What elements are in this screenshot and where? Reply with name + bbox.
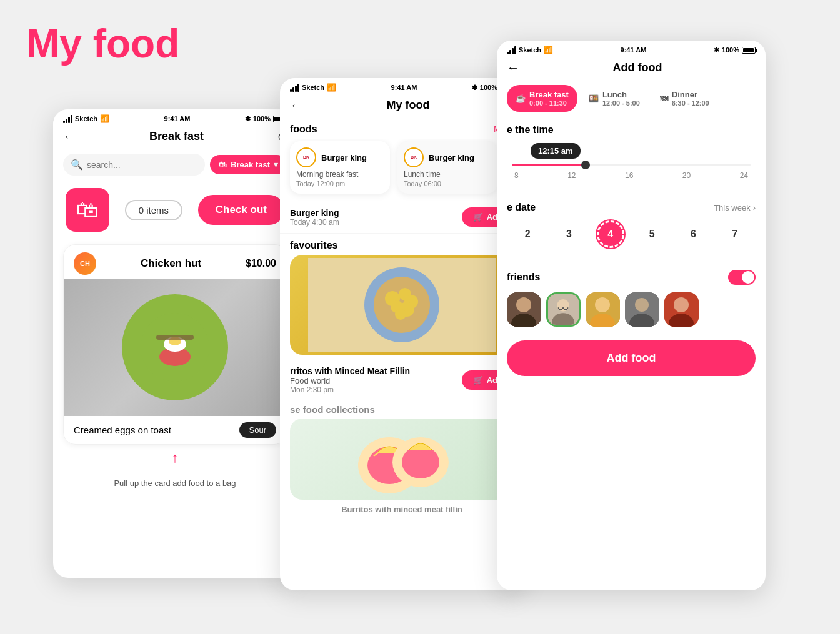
back-button[interactable]: ← [290, 98, 302, 112]
fav-time: Mon 2:30 pm [290, 385, 410, 394]
lunch-tab-icon: 🍱 [589, 94, 599, 103]
bluetooth-icon: ✱ [245, 115, 251, 123]
wifi-icon: 📶 [544, 46, 553, 54]
avatar-2[interactable] [546, 292, 581, 327]
this-week[interactable]: This week › [714, 203, 756, 212]
phone3-frame: Sketch 📶 9:41 AM ✱ 100% ← Add food ☕ Bre… [497, 41, 766, 590]
signal-bars [507, 46, 516, 54]
checkout-button[interactable]: Check out [198, 195, 284, 225]
breakfast-tab-label: Break fast [529, 90, 569, 99]
plate [122, 294, 228, 400]
fruit-card [290, 419, 514, 500]
slider-thumb[interactable] [581, 161, 590, 169]
tab-lunch[interactable]: 🍱 Lunch 12:00 - 5:00 [580, 85, 649, 112]
bluetooth-icon: ✱ [714, 46, 719, 54]
add-food-button[interactable]: Add food [507, 340, 756, 376]
food-name-row: Creamed eggs on toast Sour [64, 416, 286, 444]
friends-toggle[interactable] [728, 270, 756, 285]
restaurant-name: Chicken hut [141, 257, 201, 270]
favourites-header: favourites [280, 234, 524, 255]
signal-bars [290, 84, 299, 92]
date-item-5[interactable]: 5 [638, 220, 666, 248]
date-item-3[interactable]: 3 [555, 220, 582, 248]
plate-visual [64, 279, 286, 416]
fav-list-item: rritos with Minced Meat Fillin Food worl… [280, 361, 524, 399]
food-cards-scroll: BK Burger king Morning break fast Today … [280, 139, 524, 201]
cart-icon-small: 🛒 [473, 212, 483, 222]
time-slider[interactable]: 12:15 am 8 12 16 20 24 [507, 143, 756, 180]
battery-pct: 100% [253, 115, 271, 122]
dropdown-icon: ▾ [274, 160, 278, 169]
mini-card-brand-1: Burger king [321, 153, 367, 162]
foods-section-header: foods More [280, 117, 524, 139]
mini-card-2: BK Burger king Lunch time Today 06:00 [398, 141, 498, 194]
mini-card-brand-2: Burger king [429, 153, 474, 162]
time-tooltip: 12:15 am [531, 143, 581, 159]
browse-title: se food collections [280, 399, 524, 419]
back-button[interactable]: ← [63, 129, 76, 144]
date-header: e date This week › [507, 202, 756, 213]
avatar-3[interactable] [586, 292, 620, 327]
search-input[interactable] [87, 160, 198, 170]
phone3-nav: ← Add food [497, 57, 766, 80]
svg-point-28 [635, 298, 649, 312]
time-section-title: e the time [507, 124, 756, 136]
friends-section: friends [497, 262, 766, 330]
bluetooth-icon: ✱ [472, 84, 478, 92]
food-list-info: Burger king Today 4:30 am [290, 208, 339, 227]
phone3-status-bar: Sketch 📶 9:41 AM ✱ 100% [497, 41, 766, 57]
nav-title: My food [387, 99, 430, 112]
phone2-nav: ← My food [280, 94, 524, 117]
bottom-label: Burritos with minced meat fillin [280, 500, 524, 519]
cart-icon-small-2: 🛒 [473, 375, 483, 385]
breakfast-badge[interactable]: 🛍 Break fast ▾ [210, 155, 287, 174]
date-item-2[interactable]: 2 [514, 220, 541, 248]
date-section-title: e date [507, 202, 536, 213]
date-item-6[interactable]: 6 [679, 220, 707, 248]
food-card-header: CH Chicken hut $10.00 [64, 245, 286, 279]
date-item-4[interactable]: 4 [597, 220, 624, 248]
mini-card-logo-row-2: BK Burger king [398, 141, 498, 170]
pull-up-arrow: ↑ [53, 450, 297, 466]
lunch-tab-time: 12:00 - 5:00 [602, 99, 640, 107]
search-row: 🔍 🛍 Break fast ▾ [53, 149, 297, 181]
food-list-item: Burger king Today 4:30 am 🛒 Add [280, 201, 524, 234]
wifi-icon: 📶 [100, 114, 109, 123]
avatar-1[interactable] [507, 292, 541, 327]
avatar-5[interactable] [664, 292, 699, 327]
slider-fill [512, 164, 584, 166]
carrier-label: Sketch [519, 46, 541, 54]
page-title: My food [26, 21, 179, 67]
mini-card-time-2: Today 06:00 [398, 180, 498, 187]
divider-1 [507, 189, 756, 189]
svg-rect-4 [156, 335, 194, 340]
chevron-right-icon: › [753, 203, 756, 212]
divider-2 [507, 257, 756, 257]
cart-area: 🛍 0 items Check out [53, 181, 297, 239]
dinner-tab-time: 6:30 - 12:00 [672, 99, 709, 107]
avatar-4[interactable] [625, 292, 659, 327]
food-image [64, 279, 286, 416]
svg-point-19 [516, 297, 531, 312]
tab-breakfast[interactable]: ☕ Break fast 0:00 - 11:30 [507, 85, 578, 112]
friends-title: friends [507, 272, 540, 283]
date-section: e date This week › 2 3 4 5 6 7 [497, 194, 766, 252]
mini-card-desc-2: Lunch time [398, 170, 498, 180]
avatars-row [507, 292, 756, 327]
carrier-label: Sketch [302, 84, 324, 91]
mini-card-logo-row: BK Burger king [290, 141, 390, 170]
date-row: 2 3 4 5 6 7 [507, 220, 756, 248]
svg-point-17 [402, 446, 439, 478]
breakfast-tab-time: 0:00 - 11:30 [529, 99, 569, 107]
food-price: $10.00 [246, 258, 276, 269]
search-box[interactable]: 🔍 [63, 154, 205, 176]
favourites-title: favourites [290, 240, 338, 251]
date-item-7[interactable]: 7 [721, 220, 749, 248]
nav-title: Break fast [149, 130, 204, 143]
food-tag: Sour [239, 422, 276, 438]
back-button[interactable]: ← [507, 61, 519, 75]
toggle-knob [742, 271, 754, 284]
time-label: 9:41 AM [621, 46, 647, 54]
svg-point-22 [557, 299, 569, 312]
tab-dinner[interactable]: 🍽 Dinner 6:30 - 12:00 [651, 85, 718, 112]
